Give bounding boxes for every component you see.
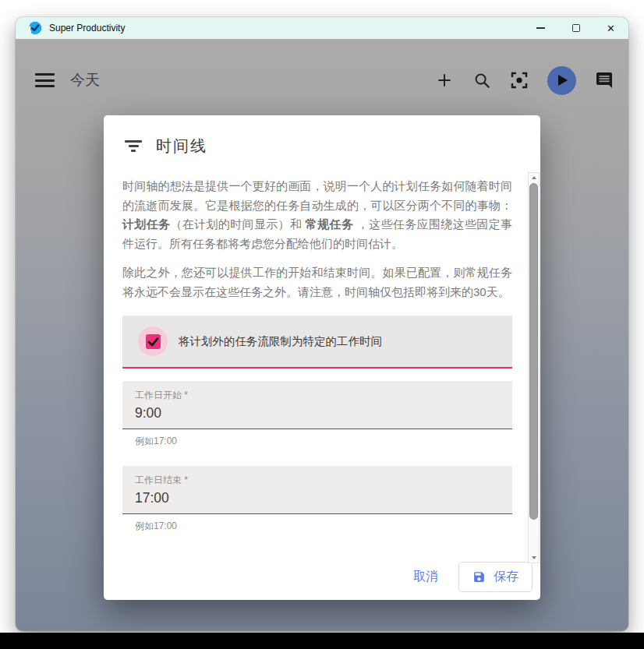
notes-button[interactable] [595, 71, 614, 90]
checkbox-ripple [138, 326, 168, 356]
workday-start-hint: 例如17:00 [135, 435, 512, 448]
search-button[interactable] [472, 71, 491, 90]
save-button[interactable]: 保存 [458, 562, 533, 592]
add-task-button[interactable] [435, 71, 454, 90]
close-icon: ✕ [607, 23, 615, 34]
play-button[interactable] [547, 66, 576, 95]
main-toolbar: 今天 [16, 62, 628, 98]
filter-icon [125, 140, 142, 153]
dialog-body: 时间轴的想法是提供一个更好的画面，说明一个人的计划任务如何随着时间的流逝而发展。… [104, 157, 540, 533]
maximize-icon [572, 24, 580, 32]
checkmark-icon [146, 334, 161, 349]
minimize-button[interactable] [523, 17, 558, 39]
focus-mode-button[interactable] [510, 71, 529, 90]
workday-end-label: 工作日结束 * [135, 474, 500, 487]
minimize-icon [536, 27, 545, 28]
workday-end-group: 工作日结束 * 例如17:00 [122, 466, 512, 533]
scroll-down-arrow[interactable] [529, 553, 539, 563]
work-hours-checkbox-row[interactable]: 将计划外的任务流限制为特定的工作时间 [122, 316, 512, 369]
app-logo-icon [28, 21, 42, 35]
timeline-settings-dialog: 时间线 时间轴的想法是提供一个更好的画面，说明一个人的计划任务如何随着时间的流逝… [104, 115, 540, 600]
checkbox-label[interactable]: 将计划外的任务流限制为特定的工作时间 [179, 334, 382, 349]
cancel-button[interactable]: 取消 [404, 563, 448, 591]
planned-tasks-term: 计划任务 [122, 217, 170, 231]
second-paragraph: 除此之外，您还可以提供工作的开始和结束时间。如果已配置，则常规任务将永远不会显示… [122, 263, 512, 302]
window-controls: ✕ [523, 17, 628, 39]
scroll-up-arrow[interactable] [529, 173, 539, 182]
dialog-scrollbar[interactable] [528, 172, 540, 563]
work-hours-checkbox[interactable] [146, 334, 161, 349]
focus-mode-icon [510, 71, 529, 90]
regular-tasks-term: 常规任务 [306, 217, 353, 231]
toolbar-actions [435, 66, 614, 95]
screen-bottom-strip [0, 633, 644, 649]
play-icon [558, 75, 568, 86]
context-title[interactable]: 今天 [70, 70, 100, 90]
dialog-footer: 取消 保存 [404, 562, 533, 592]
dialog-header: 时间线 [104, 115, 540, 157]
intro-text: 时间轴的想法是提供一个更好的画面，说明一个人的计划任务如何随着时间的流逝而发展。… [122, 179, 512, 212]
workday-start-field[interactable]: 工作日开始 * [122, 381, 512, 429]
workday-start-group: 工作日开始 * 例如17:00 [122, 381, 512, 448]
hamburger-menu-button[interactable] [35, 73, 55, 87]
close-button[interactable]: ✕ [593, 17, 628, 39]
workday-start-label: 工作日开始 * [135, 389, 500, 402]
comment-icon [595, 71, 614, 90]
workday-end-input[interactable] [135, 490, 500, 506]
save-floppy-icon [472, 570, 486, 584]
intro-text: （在计划的时间显示）和 [170, 217, 305, 231]
window-title: Super Productivity [49, 23, 125, 34]
modal-backdrop[interactable]: 今天 [16, 39, 628, 631]
workday-end-field[interactable]: 工作日结束 * [122, 466, 512, 514]
dialog-title: 时间线 [156, 136, 207, 157]
save-button-label: 保存 [494, 569, 518, 585]
intro-paragraph: 时间轴的想法是提供一个更好的画面，说明一个人的计划任务如何随着时间的流逝而发展。… [122, 177, 512, 253]
app-window: Super Productivity ✕ 今天 [16, 17, 628, 631]
maximize-button[interactable] [558, 17, 593, 39]
workday-start-input[interactable] [135, 405, 500, 421]
workday-end-hint: 例如17:00 [135, 520, 512, 533]
search-icon [473, 72, 491, 90]
window-titlebar[interactable]: Super Productivity ✕ [16, 17, 628, 39]
scrollbar-thumb[interactable] [529, 183, 538, 520]
plus-icon [436, 72, 453, 89]
